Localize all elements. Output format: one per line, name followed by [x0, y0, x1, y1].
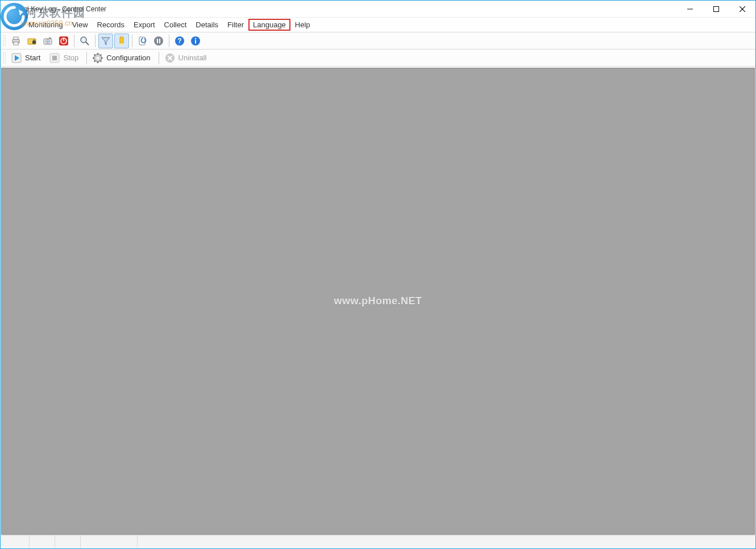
svg-point-35: [97, 56, 99, 59]
maximize-button[interactable]: [703, 1, 729, 17]
menu-view[interactable]: View: [68, 19, 93, 31]
statusbar: [1, 535, 755, 548]
configuration-label: Configuration: [106, 53, 150, 62]
printer-icon[interactable]: [9, 34, 23, 48]
minimize-button[interactable]: [677, 1, 703, 17]
info-icon[interactable]: [188, 34, 203, 48]
play-icon: [11, 53, 22, 63]
svg-rect-15: [49, 38, 51, 39]
toolbar-grip: [3, 52, 6, 64]
window-controls: [677, 1, 755, 17]
help-icon[interactable]: ?: [172, 34, 187, 48]
menu-collect[interactable]: Collect: [160, 19, 192, 31]
stop-button[interactable]: Stop: [47, 51, 84, 65]
status-cell: [81, 536, 138, 548]
toolbar-separator: [132, 35, 132, 47]
menu-filter[interactable]: Filter: [223, 19, 248, 31]
watermark-text: www.pHome.NET: [334, 295, 422, 307]
stop-icon: [49, 53, 60, 63]
menu-details[interactable]: Details: [191, 19, 223, 31]
svg-rect-7: [14, 37, 18, 39]
power-icon[interactable]: [56, 34, 71, 48]
remove-icon: [165, 53, 175, 63]
status-cell: [30, 536, 55, 548]
window-title: Mini Key Log - Control Center: [16, 5, 106, 13]
configuration-button[interactable]: Configuration: [90, 51, 155, 65]
close-button[interactable]: [729, 1, 755, 17]
svg-line-42: [94, 60, 95, 61]
svg-line-43: [100, 54, 101, 55]
folder-lock-icon[interactable]: [24, 34, 39, 48]
menu-monitoring[interactable]: Monitoring: [24, 19, 68, 31]
menu-help[interactable]: Help: [290, 19, 315, 31]
toolbar: ?: [1, 32, 755, 49]
svg-text:?: ?: [177, 37, 181, 45]
svg-rect-1: [6, 8, 11, 9]
menu-export[interactable]: Export: [129, 19, 160, 31]
toolbar-grip: [3, 35, 6, 47]
svg-point-19: [81, 37, 86, 43]
svg-rect-24: [157, 39, 158, 43]
funnel-icon[interactable]: [98, 34, 113, 48]
toolbar-separator: [169, 35, 169, 47]
svg-point-23: [154, 36, 163, 46]
uninstall-label: Uninstall: [178, 53, 207, 62]
highlighter-icon[interactable]: [114, 34, 129, 48]
toolbar-separator: [95, 35, 95, 47]
gear-icon: [93, 53, 103, 63]
status-cell: [1, 536, 30, 548]
menu-language[interactable]: Language: [248, 19, 290, 31]
actionbar: Start Stop Configuration Uninstall: [1, 49, 755, 67]
magnifier-icon[interactable]: [77, 34, 92, 48]
menu-file[interactable]: File: [3, 19, 24, 31]
start-button[interactable]: Start: [9, 51, 45, 65]
svg-point-14: [47, 40, 49, 43]
start-label: Start: [25, 53, 40, 62]
uninstall-button[interactable]: Uninstall: [162, 51, 212, 65]
pause-icon[interactable]: [151, 34, 166, 48]
svg-rect-21: [120, 37, 123, 43]
svg-rect-3: [714, 6, 719, 11]
svg-line-41: [100, 60, 101, 61]
status-cell: [55, 536, 81, 548]
svg-rect-0: [5, 7, 13, 13]
titlebar: Mini Key Log - Control Center: [1, 1, 755, 18]
app-icon: [4, 5, 13, 14]
svg-rect-25: [159, 39, 160, 43]
stop-label: Stop: [63, 53, 78, 62]
svg-line-20: [86, 42, 89, 45]
toolbar-separator: [86, 52, 87, 64]
camera-icon[interactable]: [40, 34, 55, 48]
svg-rect-8: [14, 42, 18, 45]
menubar: File Monitoring View Records Export Coll…: [1, 18, 755, 32]
svg-rect-30: [195, 40, 196, 43]
toolbar-separator: [159, 52, 159, 64]
content-area: www.pHome.NET: [1, 68, 755, 535]
menu-records[interactable]: Records: [93, 19, 129, 31]
svg-line-40: [94, 54, 95, 55]
svg-point-29: [195, 38, 197, 39]
svg-rect-33: [52, 56, 57, 60]
toolbar-separator: [74, 35, 74, 47]
refresh-page-icon[interactable]: [135, 34, 150, 48]
